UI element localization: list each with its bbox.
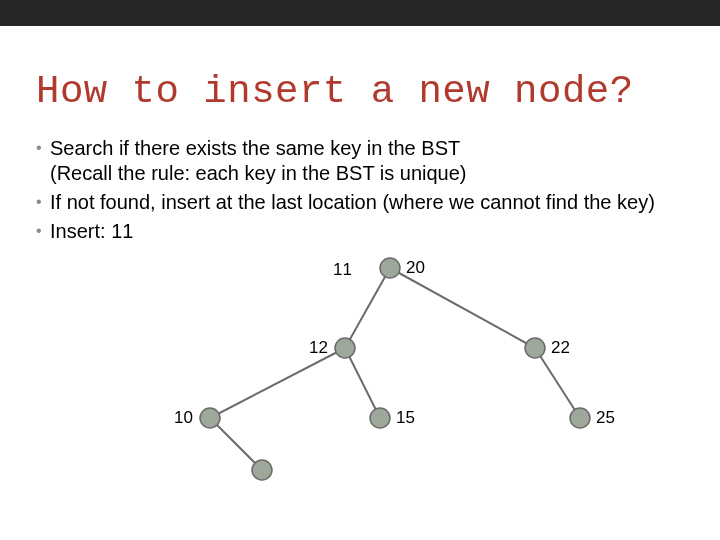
bullet-item: Insert: 11 <box>36 219 684 244</box>
bst-svg <box>40 248 680 488</box>
bullet-text: Insert: 11 <box>50 220 133 242</box>
insert-value-label: 11 <box>333 260 352 280</box>
top-bar <box>0 0 720 26</box>
tree-edge <box>210 348 345 418</box>
tree-edge <box>390 268 535 348</box>
tree-node <box>252 460 272 480</box>
bullet-text: Search if there exists the same key in t… <box>50 137 467 184</box>
tree-edge <box>210 418 262 470</box>
tree-edge <box>535 348 580 418</box>
tree-node <box>570 408 590 428</box>
bullet-item: If not found, insert at the last locatio… <box>36 190 684 215</box>
node-label: 12 <box>309 338 328 358</box>
slide-body: How to insert a new node? Search if ther… <box>0 26 720 488</box>
tree-edge <box>345 348 380 418</box>
tree-node <box>200 408 220 428</box>
bullet-list: Search if there exists the same key in t… <box>36 136 684 244</box>
node-label: 25 <box>596 408 615 428</box>
node-label: 15 <box>396 408 415 428</box>
tree-edge <box>345 268 390 348</box>
bullet-item: Search if there exists the same key in t… <box>36 136 684 186</box>
node-label: 10 <box>174 408 193 428</box>
tree-node <box>380 258 400 278</box>
node-label: 22 <box>551 338 570 358</box>
tree-node <box>370 408 390 428</box>
node-label: 20 <box>406 258 425 278</box>
tree-node <box>525 338 545 358</box>
tree-node <box>335 338 355 358</box>
slide-title: How to insert a new node? <box>36 70 684 114</box>
bullet-text: If not found, insert at the last locatio… <box>50 191 655 213</box>
bst-diagram: 20122210152511 <box>40 248 680 488</box>
